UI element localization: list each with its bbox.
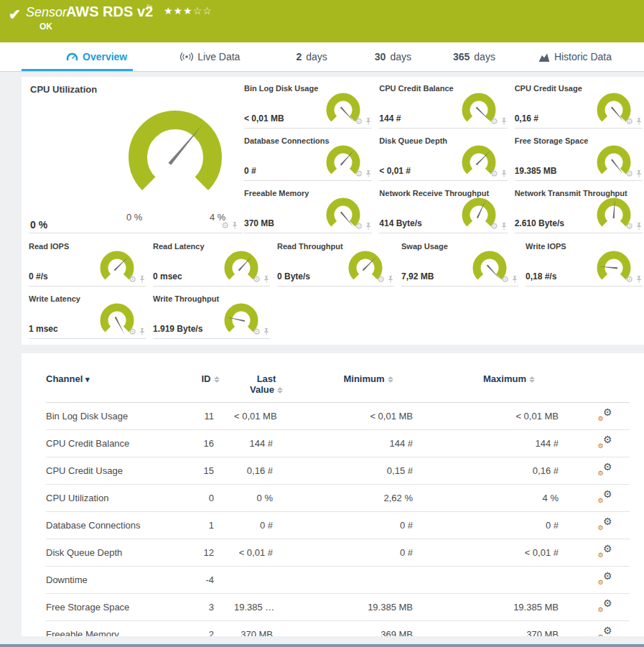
- column-header-minimum[interactable]: Minimum: [299, 372, 438, 403]
- pin-icon[interactable]: [365, 169, 372, 178]
- gauge-icon: [66, 52, 78, 62]
- cell-id: 0: [187, 485, 234, 512]
- pin-icon[interactable]: [139, 327, 146, 336]
- channel-settings-gear-icon[interactable]: ⚙: [377, 275, 385, 284]
- cell-last-value: 0 #: [234, 512, 299, 539]
- edit-channel-gears-icon[interactable]: ⚙⚙: [598, 545, 612, 558]
- pin-icon[interactable]: [500, 117, 508, 126]
- mini-gauge-grid-bottom: Read IOPS 0 #/s ⚙ Read Latency 0 msec ⚙ …: [29, 241, 643, 339]
- gauge-tile: CPU Credit Balance 144 # ⚙: [379, 83, 507, 129]
- gauge-title: CPU Credit Balance: [379, 84, 453, 93]
- gauge-tile: Read Latency 0 msec ⚙: [153, 241, 270, 287]
- pin-icon[interactable]: [365, 222, 372, 231]
- channel-settings-gear-icon[interactable]: ⚙: [490, 222, 498, 231]
- sensor-kind-label: Sensor: [26, 5, 67, 20]
- edit-channel-gears-icon[interactable]: ⚙⚙: [598, 572, 612, 585]
- pin-icon[interactable]: [263, 275, 270, 284]
- tab-live-data[interactable]: Live Data: [177, 42, 243, 71]
- edit-channel-gears-icon[interactable]: ⚙⚙: [598, 600, 612, 613]
- gauge-tile: Database Connections 0 # ⚙: [244, 135, 372, 181]
- channel-settings-gear-icon[interactable]: ⚙: [625, 117, 633, 126]
- mini-gauge-grid-right: Bin Log Disk Usage < 0,01 MB ⚙ CPU Credi…: [244, 83, 643, 233]
- pin-icon[interactable]: [500, 169, 508, 178]
- channel-settings-gear-icon[interactable]: ⚙: [253, 275, 261, 284]
- pin-icon[interactable]: [365, 117, 372, 126]
- column-header-channel[interactable]: Channel ▾: [46, 372, 187, 403]
- pin-icon[interactable]: [231, 221, 238, 230]
- cell-minimum: 369 MB: [299, 621, 438, 637]
- cell-id: 15: [187, 457, 234, 485]
- channel-settings-gear-icon[interactable]: ⚙: [355, 222, 363, 231]
- edit-channel-gears-icon[interactable]: ⚙⚙: [598, 627, 612, 636]
- column-header-id[interactable]: ID: [187, 372, 234, 403]
- header-label: Channel: [46, 373, 83, 384]
- cell-channel-name: Disk Queue Depth: [46, 539, 187, 567]
- channel-settings-gear-icon[interactable]: ⚙: [490, 169, 498, 178]
- cell-minimum: 0,15 #: [299, 457, 438, 485]
- pin-icon[interactable]: [635, 275, 643, 284]
- gauge-title: Read Latency: [153, 242, 205, 251]
- priority-stars[interactable]: ★★★☆☆: [164, 5, 213, 17]
- channel-settings-gear-icon[interactable]: ⚙: [129, 275, 136, 284]
- column-header-last-value[interactable]: Last Value: [234, 372, 299, 403]
- pin-icon[interactable]: [500, 222, 508, 231]
- channel-settings-gear-icon[interactable]: ⚙: [625, 275, 633, 284]
- cell-edit: ⚙⚙: [580, 485, 630, 512]
- pin-icon[interactable]: [139, 275, 146, 284]
- gauge-title: Read Throughput: [277, 242, 343, 251]
- gauge-value: 0 #: [244, 166, 256, 176]
- live-signal-icon: [180, 52, 193, 62]
- pin-icon[interactable]: [511, 275, 518, 284]
- channel-settings-gear-icon[interactable]: ⚙: [625, 169, 633, 178]
- pin-icon[interactable]: [387, 275, 394, 284]
- cell-edit: ⚙⚙: [580, 403, 630, 430]
- cell-maximum: < 0,01 MB: [438, 403, 580, 430]
- header-label: ID: [202, 373, 211, 384]
- gauge-tile: Network Receive Throughput 414 Byte/s ⚙: [379, 187, 507, 233]
- channels-table: Channel ▾ ID Last Value Minimum Maximum: [46, 372, 630, 636]
- cell-edit: ⚙⚙: [580, 567, 630, 594]
- cell-id: -4: [187, 567, 234, 594]
- channel-settings-gear-icon[interactable]: ⚙: [490, 117, 498, 126]
- edit-channel-gears-icon[interactable]: ⚙⚙: [598, 490, 612, 503]
- channel-settings-gear-icon[interactable]: ⚙: [221, 221, 229, 230]
- sensor-header: ✔ Sensor AWS RDS v2 ⚐ ★★★☆☆ OK: [0, 0, 644, 42]
- tab-number: 30: [375, 51, 386, 62]
- gauge-title: Freeable Memory: [244, 189, 309, 197]
- cell-edit: ⚙⚙: [580, 430, 630, 457]
- tab-30-days[interactable]: 30 days: [372, 42, 414, 71]
- column-header-maximum[interactable]: Maximum: [438, 372, 580, 403]
- channel-settings-gear-icon[interactable]: ⚙: [253, 327, 261, 336]
- cell-id: 11: [187, 403, 234, 430]
- gauge-title: CPU Credit Usage: [515, 84, 582, 93]
- channel-settings-gear-icon[interactable]: ⚙: [355, 117, 363, 126]
- column-header-edit: [580, 372, 630, 403]
- sort-icon: [214, 376, 220, 383]
- gauge-tile: Swap Usage 7,92 MB ⚙: [401, 241, 518, 287]
- channel-settings-gear-icon[interactable]: ⚙: [355, 169, 363, 178]
- area-chart-icon: [538, 52, 550, 62]
- tab-number: 2: [296, 51, 302, 62]
- edit-channel-gears-icon[interactable]: ⚙⚙: [598, 518, 612, 531]
- cell-last-value: [234, 567, 299, 594]
- pin-icon[interactable]: [263, 327, 270, 336]
- gauge-tile: CPU Credit Usage 0,16 # ⚙: [515, 83, 643, 129]
- sort-icon: [388, 376, 393, 383]
- edit-channel-gears-icon[interactable]: ⚙⚙: [598, 463, 612, 476]
- tab-historic-data[interactable]: Historic Data: [536, 42, 615, 71]
- tab-2-days[interactable]: 2 days: [293, 42, 330, 71]
- channel-settings-gear-icon[interactable]: ⚙: [501, 275, 509, 284]
- pin-icon[interactable]: [635, 169, 643, 178]
- edit-channel-gears-icon[interactable]: ⚙⚙: [598, 409, 612, 422]
- gauge-value: 0 %: [30, 219, 47, 231]
- gauge-value: 370 MB: [244, 218, 274, 228]
- tab-365-days[interactable]: 365 days: [450, 42, 498, 71]
- channel-settings-gear-icon[interactable]: ⚙: [129, 327, 136, 336]
- tab-overview[interactable]: Overview: [63, 42, 130, 71]
- channel-settings-gear-icon[interactable]: ⚙: [625, 222, 633, 231]
- edit-channel-gears-icon[interactable]: ⚙⚙: [598, 436, 612, 449]
- cell-edit: ⚙⚙: [580, 539, 630, 567]
- pin-icon[interactable]: [635, 117, 643, 126]
- pin-icon[interactable]: [635, 222, 643, 231]
- flag-icon[interactable]: ⚐: [146, 3, 154, 13]
